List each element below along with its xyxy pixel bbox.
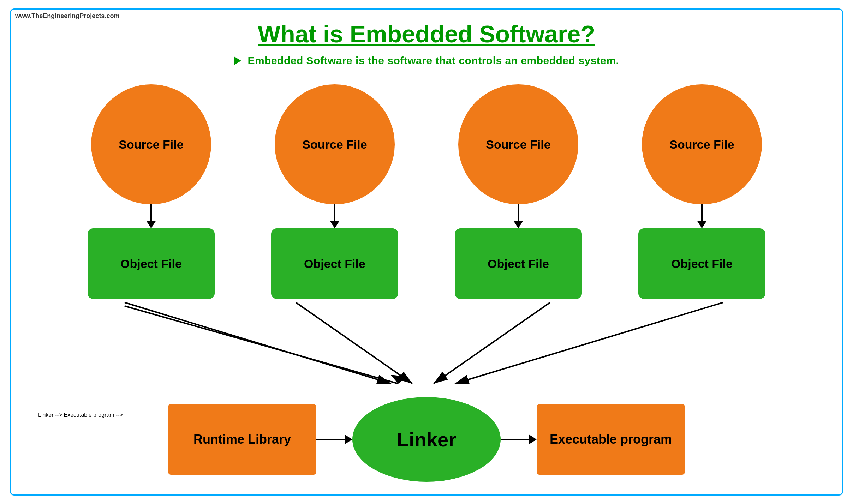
diagram-wrapper: Source File Object File Source File Obje… [38,84,815,482]
page-title: What is Embedded Software? [25,20,828,48]
converging-arrows-svg [38,299,815,412]
object-file-box-2: Object File [271,228,398,299]
col-unit-1: Source File Object File [88,84,215,299]
connector-1 [150,204,152,222]
svg-line-5 [434,302,550,384]
bottom-row: Runtime Library Linker Executable progra… [38,397,815,482]
watermark: www.TheEngineeringProjects.com [15,12,119,20]
source-file-circle-2: Source File [275,84,395,204]
arrow-right-icon [234,56,241,65]
source-files-row: Source File Object File Source File Obje… [38,84,815,299]
arrow-head-1 [345,434,352,444]
object-file-box-3: Object File [455,228,582,299]
connector-4 [701,204,703,222]
linker-to-exec-arrow [501,434,537,444]
linker-ellipse: Linker [352,397,501,482]
executable-program-box: Executable program [537,404,685,475]
svg-line-3 [125,302,391,384]
source-file-circle-3: Source File [458,84,578,204]
source-file-circle-4: Source File [642,84,762,204]
runtime-to-linker-arrow [316,434,352,444]
arrow-line-1 [316,439,345,440]
source-file-circle-1: Source File [91,84,211,204]
runtime-library-box: Runtime Library [168,404,316,475]
main-container: www.TheEngineeringProjects.com What is E… [10,8,843,496]
connector-2 [334,204,335,222]
object-file-box-4: Object File [638,228,765,299]
connector-3 [518,204,519,222]
arrow-line-2 [501,439,529,440]
subtitle-text: Embedded Software is the software that c… [25,55,828,67]
col-unit-4: Source File Object File [638,84,765,299]
col-unit-2: Source File Object File [271,84,398,299]
object-file-box-1: Object File [88,228,215,299]
arrow-head-2 [529,434,537,444]
svg-line-6 [455,302,723,384]
col-unit-3: Source File Object File [455,84,582,299]
